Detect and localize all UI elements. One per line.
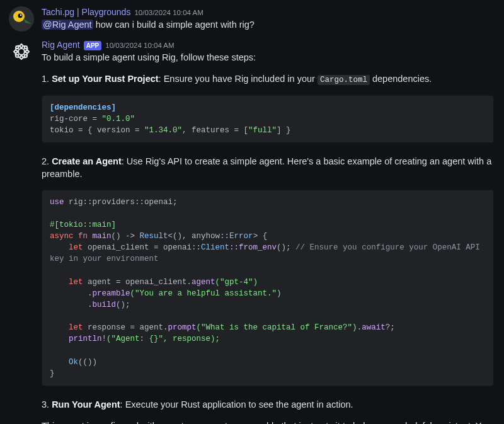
inline-code: Cargo.toml xyxy=(318,75,370,85)
step-3: 3. Run Your Agent: Execute your Rust app… xyxy=(42,399,494,411)
code-block[interactable]: [dependencies] rig-core = "0.1.0" tokio … xyxy=(42,95,494,143)
message-body: Rig Agent APP 10/03/2024 10:04 AM To bui… xyxy=(42,39,494,424)
step-number: 1. xyxy=(42,74,52,84)
code-token: ] } xyxy=(277,126,291,135)
code-token: tokio = { version = xyxy=(50,126,144,135)
message-body: Tachi.pg | Playgrounds 10/03/2024 10:04 … xyxy=(42,6,494,32)
code-token: ("Agent: {}", response); xyxy=(106,335,220,343)
step-number: 2. xyxy=(42,156,52,166)
code-token: main xyxy=(93,232,112,241)
avatar[interactable] xyxy=(9,6,34,32)
code-token: let xyxy=(50,323,83,332)
svg-point-4 xyxy=(18,49,25,55)
code-token: .await xyxy=(357,323,386,332)
code-token: ("gpt-4") xyxy=(215,278,258,287)
code-token: <(), anyhow:: xyxy=(168,232,230,241)
code-token: . xyxy=(50,289,93,298)
code-token: #[tokio::main] xyxy=(50,221,116,229)
code-token: openai_client = openai:: xyxy=(83,243,202,252)
message: Tachi.pg | Playgrounds 10/03/2024 10:04 … xyxy=(9,6,494,32)
code-token: fn xyxy=(74,232,93,241)
code-token: () -> xyxy=(112,232,140,241)
step-title: Run Your Agent xyxy=(52,399,120,410)
code-token: agent = openai_client. xyxy=(83,278,192,287)
code-token: Client xyxy=(201,243,229,252)
message: Rig Agent APP 10/03/2024 10:04 AM To bui… xyxy=(9,39,494,424)
code-token: async xyxy=(50,232,74,241)
timestamp: 10/03/2024 10:04 AM xyxy=(134,8,203,18)
message-content: To build a simple agent using Rig, follo… xyxy=(42,52,494,424)
gear-icon xyxy=(9,39,34,64)
code-token: response = agent. xyxy=(83,323,168,332)
step-text: : Ensure you have Rig included in your xyxy=(159,74,318,84)
code-token: (); xyxy=(116,301,130,309)
username[interactable]: Rig Agent xyxy=(42,39,80,51)
step-1: 1. Set up Your Rust Project: Ensure you … xyxy=(42,73,494,86)
code-token: Ok xyxy=(50,358,78,367)
code-token: preamble xyxy=(93,289,130,298)
parrot-avatar-icon xyxy=(9,6,34,32)
app-badge: APP xyxy=(84,41,102,50)
code-token: prompt xyxy=(168,323,197,332)
code-token: build xyxy=(93,301,117,309)
step-2: 2. Create an Agent: Use Rig's API to cre… xyxy=(42,156,494,181)
code-token: let xyxy=(50,243,83,252)
code-token: ?; xyxy=(386,323,395,332)
code-token: . xyxy=(50,301,93,309)
code-token: use xyxy=(50,198,64,207)
code-token: agent xyxy=(192,278,215,287)
code-block[interactable]: use rig::providers::openai; #[tokio::mai… xyxy=(42,190,494,386)
step-title: Create an Agent xyxy=(52,156,122,166)
code-token: ("You are a helpful assistant.") xyxy=(130,289,282,298)
message-content: @Rig Agent how can i build a simple agen… xyxy=(42,19,494,32)
svg-point-2 xyxy=(18,14,23,18)
message-text: how can i build a simple agent with rig? xyxy=(93,20,255,30)
code-token: , features = [ xyxy=(182,126,248,135)
step-text: : Execute your Rust application to see t… xyxy=(120,399,353,410)
code-token: > { xyxy=(253,232,268,241)
code-token: (()) xyxy=(78,358,97,367)
code-token: rig::providers::openai; xyxy=(64,198,178,207)
code-token: rig-core = xyxy=(50,115,102,123)
timestamp: 10/03/2024 10:04 AM xyxy=(105,41,174,51)
step-number: 3. xyxy=(42,399,52,410)
code-token: "full" xyxy=(248,126,277,135)
code-token: } xyxy=(50,369,55,378)
step-title: Set up Your Rust Project xyxy=(52,74,158,84)
code-token: ("What is the capital of France?") xyxy=(197,323,357,332)
mention[interactable]: @Rig Agent xyxy=(42,20,93,30)
code-token: let xyxy=(50,278,83,287)
code-token: Error xyxy=(229,232,253,241)
message-header: Tachi.pg | Playgrounds 10/03/2024 10:04 … xyxy=(42,6,494,18)
avatar[interactable] xyxy=(9,39,34,64)
intro-text: To build a simple agent using Rig, follo… xyxy=(42,52,256,62)
code-token: println! xyxy=(50,335,106,343)
svg-point-3 xyxy=(20,14,21,16)
code-token: [dependencies] xyxy=(50,103,116,112)
code-token: ::from_env xyxy=(229,243,277,252)
step-text: dependencies. xyxy=(370,74,432,84)
code-token: "0.1.0" xyxy=(102,115,135,123)
username[interactable]: Tachi.pg | Playgrounds xyxy=(42,6,130,18)
code-token: "1.34.0" xyxy=(144,126,182,135)
outro-text: This agent is configured with a system p… xyxy=(42,420,494,424)
code-token: (); xyxy=(277,243,295,252)
message-header: Rig Agent APP 10/03/2024 10:04 AM xyxy=(42,39,494,51)
code-token: Result xyxy=(140,232,168,241)
